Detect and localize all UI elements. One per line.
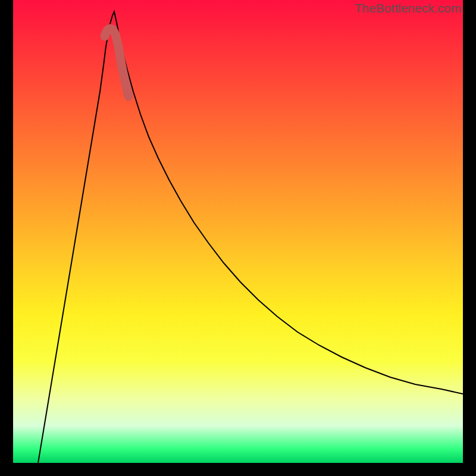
- chart-frame: TheBottleneck.com: [0, 0, 476, 476]
- marker-j: [105, 29, 129, 96]
- chart-svg: [13, 0, 463, 463]
- watermark: TheBottleneck.com: [355, 1, 462, 15]
- bottleneck-curve: [38, 12, 463, 464]
- plot-area: [13, 0, 463, 463]
